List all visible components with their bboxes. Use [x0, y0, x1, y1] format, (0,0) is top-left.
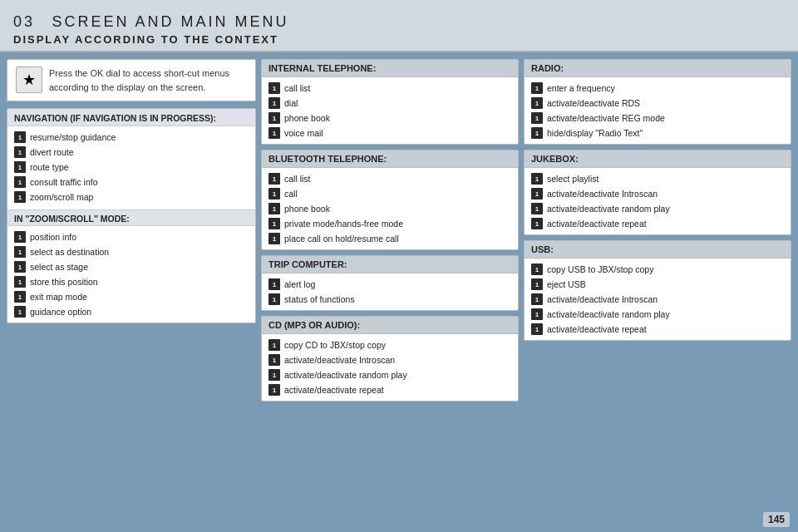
item-label: activate/deactivate repeat [284, 385, 384, 395]
list-item: activate/deactivate random play [262, 367, 518, 382]
item-number-icon [531, 203, 543, 214]
list-item: store this position [7, 274, 255, 289]
bluetooth-telephone-section: BLUETOOTH TELEPHONE: call listcallphone … [261, 150, 519, 250]
usb-items: copy USB to JBX/stop copyeject USBactiva… [525, 259, 791, 340]
right-column: RADIO: enter a frequencyactivate/deactiv… [524, 59, 791, 516]
list-item: phone book [262, 111, 518, 126]
list-item: dial [262, 96, 518, 111]
list-item: copy CD to JBX/stop copy [262, 337, 518, 352]
item-label: activate/deactivate repeat [547, 324, 647, 334]
item-number-icon [14, 261, 26, 273]
item-number-icon [268, 218, 280, 229]
list-item: enter a frequency [525, 81, 791, 96]
item-label: status of functions [284, 294, 355, 304]
trip-computer-items: alert logstatus of functions [262, 273, 518, 310]
chapter-title: 03 SCREEN AND MAIN MENU [13, 7, 785, 32]
radio-section: RADIO: enter a frequencyactivate/deactiv… [524, 59, 791, 145]
list-item: zoom/scroll map [7, 190, 255, 204]
bluetooth-telephone-header: BLUETOOTH TELEPHONE: [262, 150, 518, 168]
list-item: place call on hold/resume call [262, 231, 518, 246]
item-number-icon [268, 339, 280, 351]
internal-telephone-items: call listdialphone bookvoice mail [262, 77, 518, 144]
navigation-items: resume/stop guidancedivert routeroute ty… [7, 126, 255, 208]
item-number-icon [531, 112, 543, 124]
left-column: ★ Press the OK dial to access short-cut … [7, 59, 256, 516]
cd-audio-section: CD (MP3 OR AUDIO): copy CD to JBX/stop c… [261, 316, 519, 401]
list-item: select as destination [7, 244, 255, 259]
item-label: alert log [284, 279, 315, 289]
item-number-icon [14, 191, 26, 203]
list-item: route type [7, 160, 255, 175]
item-number-icon [268, 369, 280, 381]
item-label: activate/deactivate repeat [547, 219, 647, 229]
item-label: call [284, 189, 298, 199]
item-label: store this position [30, 277, 98, 287]
radio-items: enter a frequencyactivate/deactivate RDS… [525, 77, 791, 144]
item-number-icon [268, 278, 280, 290]
item-label: voice mail [284, 128, 323, 138]
usb-section: USB: copy USB to JBX/stop copyeject USBa… [524, 240, 791, 341]
item-label: exit map mode [30, 292, 87, 302]
item-label: divert route [30, 147, 74, 157]
list-item: resume/stop guidance [7, 130, 255, 145]
page-number: 145 [763, 512, 790, 527]
usb-header: USB: [525, 241, 791, 259]
list-item: call [262, 186, 518, 201]
list-item: activate/deactivate Introscan [262, 352, 518, 367]
star-icon: ★ [16, 66, 42, 93]
item-number-icon [14, 146, 26, 158]
list-item: call list [262, 81, 518, 96]
center-column: INTERNAL TELEPHONE: call listdialphone b… [261, 59, 519, 516]
navigation-section: NAVIGATION (IF NAVIGATION IS IN PROGRESS… [7, 108, 256, 323]
item-number-icon [531, 82, 543, 94]
item-number-icon [268, 233, 280, 244]
list-item: guidance option [7, 304, 255, 319]
info-box: ★ Press the OK dial to access short-cut … [7, 59, 256, 101]
info-text: Press the OK dial to access short-cut me… [49, 66, 247, 94]
item-label: select as destination [30, 247, 109, 257]
item-label: activate/deactivate RDS [547, 98, 640, 108]
item-number-icon [268, 203, 280, 214]
item-number-icon [531, 173, 543, 185]
page-subtitle: DISPLAY ACCORDING TO THE CONTEXT [13, 33, 785, 46]
list-item: eject USB [525, 277, 791, 292]
item-label: consult traffic info [30, 177, 98, 187]
navigation-header: NAVIGATION (IF NAVIGATION IS IN PROGRESS… [7, 109, 255, 126]
item-label: route type [30, 162, 69, 172]
item-number-icon [14, 246, 26, 258]
internal-telephone-section: INTERNAL TELEPHONE: call listdialphone b… [261, 59, 519, 145]
list-item: alert log [262, 277, 518, 292]
cd-audio-items: copy CD to JBX/stop copyactivate/deactiv… [262, 334, 518, 401]
list-item: private mode/hands-free mode [262, 216, 518, 231]
item-label: copy CD to JBX/stop copy [284, 340, 386, 350]
item-label: activate/deactivate Introscan [284, 355, 395, 365]
item-label: select as stage [30, 262, 88, 272]
list-item: divert route [7, 145, 255, 160]
list-item: activate/deactivate repeat [525, 216, 791, 231]
item-label: place call on hold/resume call [284, 234, 399, 244]
page-header: 03 SCREEN AND MAIN MENU DISPLAY ACCORDIN… [0, 0, 798, 52]
list-item: activate/deactivate repeat [262, 382, 518, 397]
list-item: phone book [262, 201, 518, 216]
item-number-icon [14, 176, 26, 188]
item-number-icon [268, 97, 280, 109]
item-number-icon [531, 127, 543, 139]
item-label: call list [284, 83, 311, 93]
list-item: select playlist [525, 171, 791, 186]
main-content: ★ Press the OK dial to access short-cut … [0, 52, 798, 523]
item-label: phone book [284, 204, 330, 214]
zoom-scroll-header: IN "ZOOM/SCROLL" MODE: [7, 209, 255, 226]
item-number-icon [14, 306, 26, 318]
list-item: hide/display "Radio Text" [525, 126, 791, 140]
item-number-icon [531, 278, 543, 290]
trip-computer-header: TRIP COMPUTER: [262, 256, 518, 273]
item-label: enter a frequency [547, 83, 615, 93]
item-label: hide/display "Radio Text" [547, 128, 643, 138]
item-number-icon [268, 82, 280, 94]
item-number-icon [531, 97, 543, 109]
item-label: copy USB to JBX/stop copy [547, 264, 653, 274]
item-number-icon [268, 384, 280, 396]
item-label: activate/deactivate Introscan [547, 189, 658, 199]
list-item: select as stage [7, 259, 255, 274]
item-label: guidance option [30, 307, 91, 317]
